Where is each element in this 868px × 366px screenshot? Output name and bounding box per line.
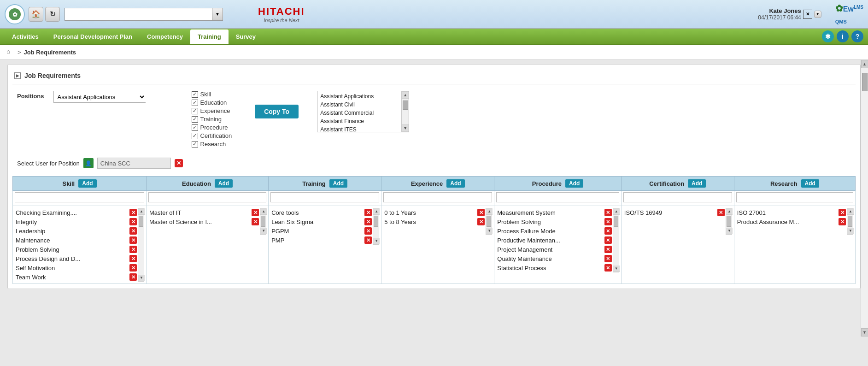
delete-train-3[interactable]: ✕ xyxy=(364,236,372,244)
position-list-scrollbar[interactable]: ▲ ▼ xyxy=(401,91,409,132)
delete-skill-0[interactable]: ✕ xyxy=(129,209,137,216)
section-collapse-btn[interactable]: ▶ xyxy=(14,72,21,79)
cert-scroll-down[interactable]: ▼ xyxy=(726,228,733,234)
list-item[interactable]: Assistant Finance xyxy=(317,117,409,125)
page-scrollbar[interactable]: ▲ ▼ xyxy=(861,60,868,336)
list-item[interactable]: Assistant Commercial xyxy=(317,109,409,117)
edu-scrollbar[interactable]: ▲ ▼ xyxy=(260,208,266,235)
experience-search-input[interactable] xyxy=(383,192,492,202)
res-scroll-up[interactable]: ▲ xyxy=(847,208,854,215)
proc-scroll-up[interactable]: ▲ xyxy=(613,208,620,215)
checkbox-training-box[interactable]: ✓ xyxy=(192,116,198,123)
skill-scroll-down[interactable]: ▼ xyxy=(138,275,145,281)
cert-scroll-up[interactable]: ▲ xyxy=(726,208,733,215)
page-scroll-up[interactable]: ▲ xyxy=(861,60,868,68)
delete-skill-5[interactable]: ✕ xyxy=(129,255,137,262)
delete-exp-0[interactable]: ✕ xyxy=(477,209,485,216)
delete-cert-0[interactable]: ✕ xyxy=(717,209,725,216)
nav-user-icon[interactable]: ✱ xyxy=(822,30,834,42)
nav-info-icon[interactable]: i xyxy=(837,30,849,42)
delete-proc-6[interactable]: ✕ xyxy=(604,264,612,272)
delete-train-2[interactable]: ✕ xyxy=(364,227,372,235)
list-item[interactable]: Assistant Civil xyxy=(317,100,409,109)
add-education-btn[interactable]: Add xyxy=(215,179,233,188)
user-settings-icon[interactable]: ✕ xyxy=(803,10,812,19)
nav-activities[interactable]: Activities xyxy=(5,30,46,44)
scroll-thumb[interactable] xyxy=(403,100,408,110)
proc-scroll-down[interactable]: ▼ xyxy=(613,266,620,272)
exp-scroll-up[interactable]: ▲ xyxy=(486,208,493,215)
training-scrollbar[interactable]: ▲ ▼ xyxy=(373,208,379,245)
training-scroll-down[interactable]: ▼ xyxy=(373,238,380,244)
edu-scroll-up[interactable]: ▲ xyxy=(260,208,267,215)
add-training-btn[interactable]: Add xyxy=(329,179,347,188)
delete-train-0[interactable]: ✕ xyxy=(364,209,372,216)
delete-skill-2[interactable]: ✕ xyxy=(129,227,137,235)
page-scroll-down[interactable]: ▼ xyxy=(861,328,868,336)
copy-to-button[interactable]: Copy To xyxy=(255,105,299,118)
delete-proc-4[interactable]: ✕ xyxy=(604,246,612,253)
research-search-input[interactable] xyxy=(736,192,853,202)
delete-skill-4[interactable]: ✕ xyxy=(129,246,137,253)
delete-edu-1[interactable]: ✕ xyxy=(252,218,259,225)
skill-search-input[interactable] xyxy=(15,192,144,202)
list-item[interactable]: Assistant Applications xyxy=(317,92,409,100)
nav-survey[interactable]: Survey xyxy=(229,30,263,44)
scroll-down-btn[interactable]: ▼ xyxy=(402,124,409,132)
proc-scrollbar[interactable]: ▲ ▼ xyxy=(613,208,619,272)
add-skill-btn[interactable]: Add xyxy=(78,179,96,188)
delete-proc-1[interactable]: ✕ xyxy=(604,218,612,225)
cert-scrollbar[interactable]: ▲ ▼ xyxy=(726,208,732,235)
checkbox-procedure-box[interactable]: ✓ xyxy=(192,124,198,131)
training-scroll-up[interactable]: ▲ xyxy=(373,208,380,215)
delete-exp-1[interactable]: ✕ xyxy=(477,218,485,225)
checkbox-certification-box[interactable]: ✓ xyxy=(192,133,198,139)
nav-personal-dev[interactable]: Personal Development Plan xyxy=(46,30,140,44)
search-input[interactable]: KSR International xyxy=(65,8,212,21)
education-search-input[interactable] xyxy=(148,192,266,202)
page-scroll-thumb[interactable] xyxy=(862,73,868,91)
delete-res-1[interactable]: ✕ xyxy=(839,218,846,225)
delete-skill-1[interactable]: ✕ xyxy=(129,218,137,225)
delete-proc-3[interactable]: ✕ xyxy=(604,236,612,244)
delete-proc-5[interactable]: ✕ xyxy=(604,255,612,262)
skill-scroll-up[interactable]: ▲ xyxy=(138,208,145,215)
add-research-btn[interactable]: Add xyxy=(801,179,819,188)
user-field[interactable] xyxy=(97,158,171,169)
delete-edu-0[interactable]: ✕ xyxy=(252,209,259,216)
checkbox-education-box[interactable]: ✓ xyxy=(192,100,198,106)
delete-proc-0[interactable]: ✕ xyxy=(604,209,612,216)
exp-scrollbar[interactable]: ▲ ▼ xyxy=(486,208,492,235)
positions-select[interactable]: Assistant Applications Assistant Civil A… xyxy=(53,91,146,103)
nav-help-icon[interactable]: ? xyxy=(851,30,863,42)
res-scrollbar[interactable]: ▲ ▼ xyxy=(847,208,853,235)
list-item[interactable]: Assistant ITES xyxy=(317,125,409,132)
edu-scroll-down[interactable]: ▼ xyxy=(260,228,267,234)
dropdown-arrow-icon[interactable]: ▼ xyxy=(814,11,821,18)
procedure-search-input[interactable] xyxy=(496,192,619,202)
add-certification-btn[interactable]: Add xyxy=(688,179,706,188)
exp-scroll-down[interactable]: ▼ xyxy=(486,228,493,234)
delete-train-1[interactable]: ✕ xyxy=(364,218,372,225)
checkbox-experience-box[interactable]: ✓ xyxy=(192,108,198,114)
clear-user-btn[interactable]: ✕ xyxy=(175,159,183,167)
home-nav-icon[interactable]: 🏠 xyxy=(29,7,43,22)
checkbox-research-box[interactable]: ✓ xyxy=(192,141,198,148)
delete-res-0[interactable]: ✕ xyxy=(839,209,846,216)
certification-search-input[interactable] xyxy=(623,192,732,202)
add-procedure-btn[interactable]: Add xyxy=(565,179,583,188)
home-icon[interactable]: ⌂ xyxy=(6,48,15,56)
delete-skill-3[interactable]: ✕ xyxy=(129,236,137,244)
add-experience-btn[interactable]: Add xyxy=(446,179,464,188)
delete-proc-2[interactable]: ✕ xyxy=(604,227,612,235)
search-dropdown-btn[interactable]: ▼ xyxy=(212,8,223,21)
scroll-up-btn[interactable]: ▲ xyxy=(402,91,409,99)
delete-skill-7[interactable]: ✕ xyxy=(129,273,137,281)
checkbox-skill-box[interactable]: ✓ xyxy=(192,91,198,98)
skill-scrollbar[interactable]: ▲ ▼ xyxy=(138,208,144,282)
delete-skill-6[interactable]: ✕ xyxy=(129,264,137,272)
nav-training[interactable]: Training xyxy=(190,30,229,44)
nav-competency[interactable]: Competency xyxy=(140,30,190,44)
res-scroll-down[interactable]: ▼ xyxy=(847,228,854,234)
refresh-nav-icon[interactable]: ↻ xyxy=(45,7,60,22)
